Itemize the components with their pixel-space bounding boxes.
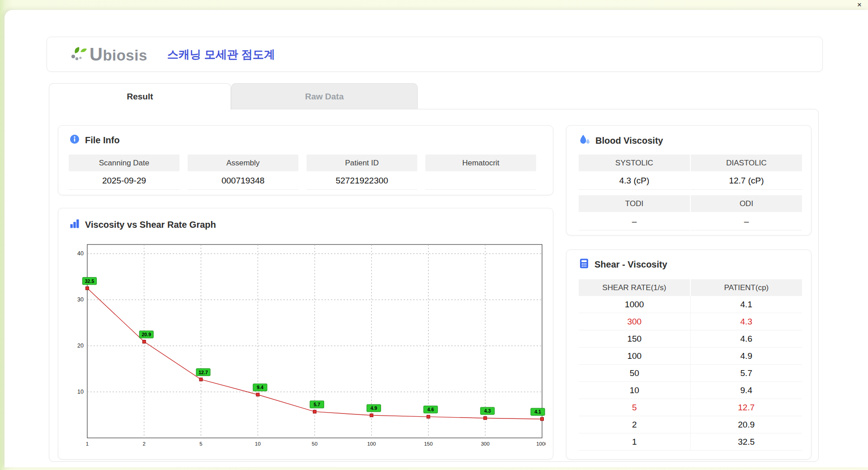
table-row: 100 4.9: [579, 348, 802, 365]
shear-viscosity-table: SHEAR RATE(1/s) PATIENT(cp) 1000 4.1 300…: [579, 279, 802, 451]
blood-viscosity-table: SYSTOLIC DIASTOLIC 4.3 (cP) 12.7 (cP) TO…: [579, 155, 802, 230]
table-row: 10 9.4: [579, 382, 802, 399]
logo-text: Ubiosis: [90, 45, 147, 63]
shear-rate-header: SHEAR RATE(1/s): [579, 279, 690, 296]
droplet-icon: [579, 134, 590, 148]
table-row: 150 4.6: [579, 330, 802, 348]
svg-text:2: 2: [143, 441, 146, 446]
field-label: Scanning Date: [69, 155, 179, 171]
systolic-header: SYSTOLIC: [579, 155, 690, 171]
field-label: Patient ID: [307, 155, 417, 171]
info-icon: [69, 134, 80, 147]
table-row: 5 12.7: [579, 399, 802, 416]
svg-text:20.9: 20.9: [142, 332, 151, 337]
file-info-title: File Info: [69, 134, 120, 147]
bar-chart-icon: [69, 218, 80, 231]
sv-header-row: SHEAR RATE(1/s) PATIENT(cp): [579, 279, 802, 296]
calculator-icon: [579, 258, 590, 271]
svg-text:10: 10: [255, 441, 261, 446]
bv-header-row2: TODI ODI: [579, 195, 802, 212]
field-patient-id: Patient ID 52721922300: [307, 155, 417, 190]
svg-text:12.7: 12.7: [198, 370, 208, 375]
field-value: 52721922300: [307, 171, 417, 190]
result-panel: File Info Scanning Date 2025-09-29 Assem…: [49, 109, 819, 462]
svg-text:30: 30: [77, 296, 84, 303]
leaf-logo-icon: [70, 46, 88, 63]
app-header: Ubiosis 스캐닝 모세관 점도계: [47, 37, 823, 72]
odi-value: –: [691, 212, 802, 230]
tab-result[interactable]: Result: [49, 83, 231, 110]
svg-text:1000: 1000: [536, 441, 546, 446]
svg-text:20: 20: [77, 343, 84, 349]
svg-text:150: 150: [424, 441, 433, 446]
odi-header: ODI: [691, 195, 802, 212]
app-window: Ubiosis 스캐닝 모세관 점도계 Result Raw Data File…: [5, 10, 868, 467]
systolic-value: 4.3 (cP): [579, 171, 690, 190]
field-value: 000719348: [188, 171, 298, 190]
shear-viscosity-card: Shear - Viscosity SHEAR RATE(1/s) PATIEN…: [566, 249, 811, 460]
page-title: 스캐닝 모세관 점도계: [167, 47, 275, 62]
svg-text:50: 50: [312, 441, 318, 446]
field-assembly: Assembly 000719348: [188, 155, 298, 190]
svg-text:32.5: 32.5: [85, 278, 94, 284]
blood-viscosity-card: Blood Viscosity SYSTOLIC DIASTOLIC 4.3 (…: [566, 125, 811, 235]
svg-text:4.1: 4.1: [534, 409, 541, 414]
viscosity-graph-card: Viscosity vs Shear Rate Graph 1020304012…: [58, 208, 553, 460]
svg-text:40: 40: [77, 250, 84, 257]
file-info-card: File Info Scanning Date 2025-09-29 Assem…: [58, 125, 553, 195]
diastolic-header: DIASTOLIC: [691, 155, 802, 171]
ubiosis-logo: Ubiosis: [70, 45, 147, 63]
viscosity-shear-chart: 102030401251050100150300100032.520.912.7…: [66, 238, 546, 451]
diastolic-value: 12.7 (cP): [691, 171, 802, 190]
field-value: 2025-09-29: [69, 171, 179, 190]
svg-text:10: 10: [77, 389, 84, 395]
svg-text:100: 100: [367, 441, 376, 446]
table-row: 50 5.7: [579, 365, 802, 382]
field-label: Assembly: [188, 155, 298, 171]
field-hematocrit: Hematocrit: [425, 155, 536, 190]
table-row: 2 20.9: [579, 416, 802, 433]
table-row: 300 4.3: [579, 313, 802, 330]
field-scanning-date: Scanning Date 2025-09-29: [69, 155, 179, 190]
svg-text:9.4: 9.4: [257, 385, 264, 390]
svg-text:5.7: 5.7: [314, 402, 321, 407]
blood-viscosity-title: Blood Viscosity: [579, 134, 663, 148]
table-row: 1 32.5: [579, 433, 802, 451]
close-button[interactable]: ×: [857, 1, 862, 9]
shear-viscosity-title: Shear - Viscosity: [579, 258, 667, 271]
field-value: [425, 171, 536, 190]
patient-header: PATIENT(cp): [691, 279, 802, 296]
svg-text:4.9: 4.9: [370, 405, 377, 411]
svg-text:4.3: 4.3: [484, 408, 491, 414]
tab-bar: Result Raw Data: [49, 83, 418, 110]
todi-header: TODI: [579, 195, 690, 212]
todi-value: –: [579, 212, 690, 230]
bv-header-row: SYSTOLIC DIASTOLIC: [579, 155, 802, 171]
tab-raw-data[interactable]: Raw Data: [231, 83, 418, 109]
field-label: Hematocrit: [425, 155, 536, 171]
table-row: 1000 4.1: [579, 296, 802, 313]
svg-text:1: 1: [86, 441, 89, 446]
svg-text:4.6: 4.6: [427, 407, 434, 412]
svg-text:300: 300: [481, 441, 490, 446]
bv-value-row2: – –: [579, 212, 802, 230]
graph-title: Viscosity vs Shear Rate Graph: [69, 218, 216, 231]
svg-text:5: 5: [199, 441, 202, 446]
file-info-fields: Scanning Date 2025-09-29 Assembly 000719…: [69, 155, 536, 190]
bv-value-row: 4.3 (cP) 12.7 (cP): [579, 171, 802, 190]
